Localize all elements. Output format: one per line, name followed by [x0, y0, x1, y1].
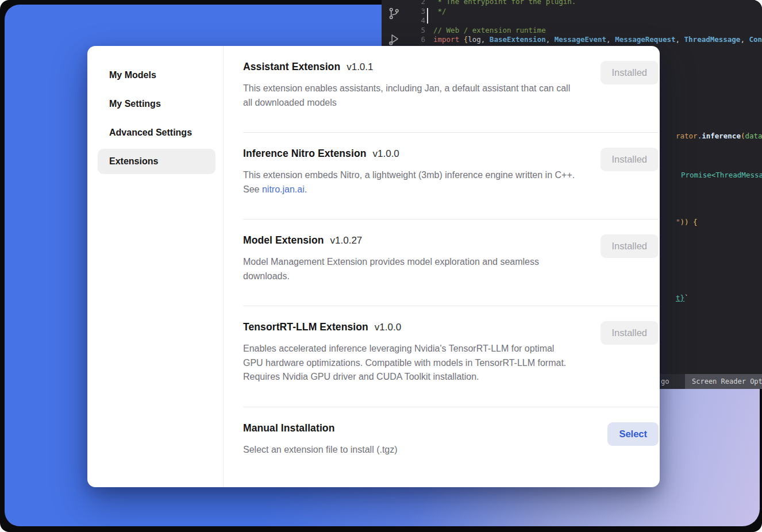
manual-installation-description: Select an extension file to install (.tg… — [243, 443, 575, 457]
extension-row: Model Extension v1.0.27 Model Management… — [243, 219, 659, 306]
installed-button[interactable]: Installed — [601, 234, 659, 258]
select-button[interactable]: Select — [607, 422, 659, 446]
extension-description: Model Management Extension provides mode… — [243, 255, 575, 283]
extension-version: v1.0.0 — [373, 148, 399, 160]
editor-code-area[interactable]: 2 * The entrypoint for the plugin.3 */45… — [406, 0, 762, 45]
installed-button[interactable]: Installed — [601, 61, 659, 84]
extension-version: v1.0.27 — [330, 235, 363, 246]
manual-installation-title: Manual Installation — [243, 422, 334, 434]
extension-description: This extension embeds Nitro, a lightweig… — [243, 168, 575, 196]
extension-name: Assistant Extension — [243, 61, 340, 73]
extension-version: v1.0.0 — [375, 322, 401, 333]
settings-sidebar: My ModelsMy SettingsAdvanced SettingsExt… — [87, 46, 224, 487]
settings-modal: My ModelsMy SettingsAdvanced SettingsExt… — [87, 46, 660, 487]
sidebar-item-advanced-settings[interactable]: Advanced Settings — [98, 120, 215, 145]
screenshot-frame: 2 * The entrypoint for the plugin.3 */45… — [0, 0, 762, 532]
extension-row: Assistant Extension v1.0.1 This extensio… — [243, 46, 659, 133]
run-debug-icon[interactable] — [387, 33, 401, 46]
extension-name: Model Extension — [243, 234, 324, 246]
installed-button[interactable]: Installed — [601, 148, 659, 171]
sidebar-item-extensions[interactable]: Extensions — [98, 149, 215, 174]
extensions-list: Assistant Extension v1.0.1 This extensio… — [224, 46, 660, 487]
extension-row: Inference Nitro Extension v1.0.0 This ex… — [243, 133, 659, 219]
installed-button[interactable]: Installed — [601, 321, 659, 345]
screen-reader-optimized-chip[interactable]: Screen Reader Optimized — [685, 374, 762, 389]
sidebar-item-my-settings[interactable]: My Settings — [98, 91, 215, 117]
extension-name: Inference Nitro Extension — [243, 148, 367, 160]
extension-version: v1.0.1 — [347, 61, 373, 73]
manual-installation-row: Manual Installation Select an extension … — [243, 407, 659, 480]
extension-row: TensortRT-LLM Extension v1.0.0 Enables a… — [243, 306, 659, 407]
source-control-icon[interactable] — [387, 7, 401, 20]
extension-name: TensortRT-LLM Extension — [243, 321, 368, 333]
status-bar-left-text: go — [661, 374, 669, 389]
extension-description: Enables accelerated inference leveraging… — [243, 342, 575, 384]
sidebar-item-my-models[interactable]: My Models — [98, 63, 215, 88]
extension-description: This extension enables assistants, inclu… — [243, 82, 575, 110]
extension-link[interactable]: nitro.jan.ai. — [262, 184, 307, 194]
editor-cursor — [427, 8, 428, 24]
